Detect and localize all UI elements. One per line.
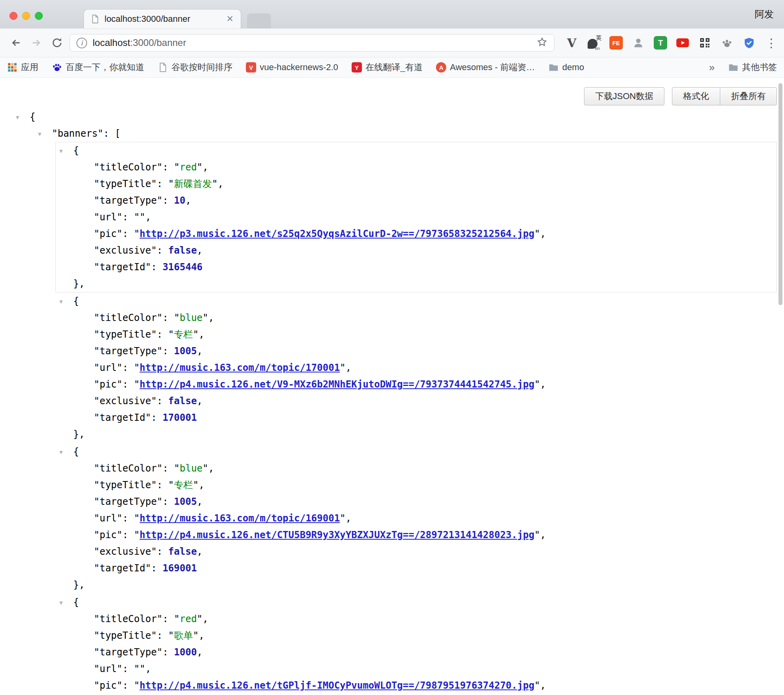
bookmark-label: 谷歌按时间排序	[171, 61, 232, 73]
back-button[interactable]	[6, 32, 26, 53]
json-url-link[interactable]: http://music.163.com/m/topic/170001	[140, 362, 340, 373]
translate-sub-badge: en	[595, 46, 600, 51]
json-line: },	[56, 577, 776, 593]
forward-button[interactable]	[26, 32, 47, 53]
collapse-toggle-icon[interactable]: ▼	[59, 594, 63, 611]
browser-menu-button[interactable]: ⋮	[764, 36, 778, 50]
other-bookmarks-label: 其他书签	[742, 61, 777, 73]
new-tab-button[interactable]	[247, 13, 271, 29]
address-bar[interactable]: i localhost:3000/banner	[70, 34, 554, 52]
folder-icon	[548, 62, 559, 73]
vimium-extension-icon[interactable]: V	[565, 36, 579, 50]
json-line: "titleColor": "blue",	[56, 460, 776, 477]
octotree-extension-icon[interactable]	[631, 36, 645, 50]
json-line: "url": "",	[56, 209, 776, 225]
page-info-icon[interactable]: i	[76, 38, 87, 48]
json-line: "titleColor": "blue",	[56, 309, 776, 326]
json-line: "typeTitle": "专栏",	[56, 477, 776, 493]
bookmark-star-icon[interactable]	[537, 36, 548, 49]
minimize-window-button[interactable]	[22, 12, 30, 20]
collapse-toggle-icon[interactable]: ▼	[59, 143, 63, 159]
green-extension-icon[interactable]: T	[653, 36, 668, 50]
json-line: ▼{	[56, 293, 776, 309]
bookmark-youdao[interactable]: Y 在线翻译_有道	[352, 61, 422, 73]
bookmark-apps[interactable]: 应用	[7, 61, 38, 73]
youtube-extension-icon[interactable]	[676, 36, 690, 50]
json-line: ▼{	[56, 594, 776, 611]
json-object: ▼{"titleColor": "blue","typeTitle": "专栏"…	[55, 443, 777, 594]
qrcode-extension-icon[interactable]	[698, 36, 712, 50]
fe-extension-icon[interactable]: FE	[609, 36, 623, 50]
json-line: "titleColor": "red",	[56, 611, 776, 627]
json-object: ▼{"titleColor": "red","typeTitle": "新碟首发…	[55, 142, 777, 292]
page-favicon-icon	[90, 14, 100, 24]
json-url-link[interactable]: http://p4.music.126.net/V9-MXz6b2MNhEKju…	[140, 379, 535, 390]
json-url-link[interactable]: http://p3.music.126.net/s25q2x5QyqsAzilC…	[140, 228, 535, 239]
other-bookmarks[interactable]: 其他书签	[728, 61, 777, 73]
youdao-icon: Y	[352, 62, 362, 73]
json-url-link[interactable]: http://p4.music.126.net/tGPljf-IMOCyPvum…	[140, 680, 535, 691]
json-object: ▼{"titleColor": "red","typeTitle": "歌单",…	[55, 594, 777, 695]
browser-tab[interactable]: localhost:3000/banner ✕	[84, 10, 241, 29]
collapse-all-button[interactable]: 折叠所有	[720, 87, 777, 105]
navigation-bar: i localhost:3000/banner V 英 en FE T ⋮	[0, 29, 784, 57]
collapse-toggle-icon[interactable]: ▼	[59, 293, 63, 310]
bookmarks-overflow-chevron[interactable]: »	[709, 61, 715, 74]
format-button[interactable]: 格式化	[672, 87, 720, 105]
json-line: "targetType": 1005,	[56, 343, 776, 359]
json-line: "targetId": 3165446	[56, 259, 776, 275]
awesomes-icon: A	[436, 62, 446, 73]
json-line: },	[56, 275, 776, 292]
json-line: "targetId": 169001	[56, 560, 776, 577]
extensions-area: V 英 en FE T ⋮	[565, 36, 778, 50]
json-line: "targetType": 10,	[56, 192, 776, 209]
apps-grid-icon	[7, 62, 17, 73]
json-url-link[interactable]: http://p4.music.126.net/CTU5B9R9y3XyYBZX…	[140, 529, 535, 540]
bookmark-label: vue-hackernews-2.0	[260, 62, 338, 73]
url-text: localhost:3000/banner	[93, 37, 537, 48]
shield-extension-icon[interactable]	[742, 36, 756, 50]
json-line: "exclusive": false,	[56, 543, 776, 560]
json-line: "pic": "http://p4.music.126.net/CTU5B9R9…	[56, 527, 776, 543]
download-json-button[interactable]: 下载JSON数据	[584, 87, 664, 105]
json-line: "pic": "http://p3.music.126.net/s25q2x5Q…	[56, 225, 776, 242]
profile-name: 阿发	[755, 0, 774, 29]
collapse-toggle-icon[interactable]: ▼	[16, 109, 19, 126]
page-icon	[158, 62, 168, 73]
tab-title: localhost:3000/banner	[105, 14, 226, 24]
bookmark-label: Awesomes - 前端资…	[450, 61, 535, 73]
close-window-button[interactable]	[10, 12, 17, 20]
json-line: ▼{	[56, 142, 776, 159]
json-line: "url": "",	[56, 661, 776, 677]
json-line: ▼{	[56, 443, 776, 460]
bookmarks-bar: 应用 百度一下，你就知道 谷歌按时间排序 V vue-hackernews-2.…	[0, 57, 784, 78]
bookmark-label: 应用	[21, 61, 38, 73]
url-host: localhost	[93, 37, 130, 48]
vue-icon: V	[246, 62, 256, 73]
bookmark-baidu[interactable]: 百度一下，你就知道	[52, 61, 144, 73]
bookmark-awesomes[interactable]: A Awesomes - 前端资…	[436, 61, 535, 73]
tab-close-icon[interactable]: ✕	[226, 14, 234, 24]
zoom-window-button[interactable]	[35, 12, 43, 20]
json-tree: ▼{▼"banners": [▼{"titleColor": "red","ty…	[0, 109, 784, 695]
json-line: "titleColor": "red",	[56, 159, 776, 176]
collapse-toggle-icon[interactable]: ▼	[59, 444, 63, 460]
json-object: ▼{"titleColor": "blue","typeTitle": "专栏"…	[55, 292, 777, 443]
json-line: ▼{	[0, 109, 784, 125]
collapse-toggle-icon[interactable]: ▼	[38, 126, 41, 142]
page-content: 下载JSON数据 格式化 折叠所有 ▼{▼"banners": [▼{"titl…	[0, 78, 784, 694]
bookmark-google-sort[interactable]: 谷歌按时间排序	[158, 61, 232, 73]
json-line: "url": "http://music.163.com/m/topic/169…	[56, 510, 776, 527]
bookmark-folder-demo[interactable]: demo	[548, 62, 584, 73]
json-url-link[interactable]: http://music.163.com/m/topic/169001	[140, 513, 340, 524]
json-line: },	[56, 426, 776, 443]
json-line: "typeTitle": "专栏",	[56, 326, 776, 343]
bookmark-vue-hackernews[interactable]: V vue-hackernews-2.0	[246, 62, 338, 73]
translate-extension-icon[interactable]: 英 en	[587, 36, 601, 50]
bookmark-label: demo	[562, 62, 584, 73]
paw-extension-icon[interactable]	[720, 36, 734, 50]
json-line: "targetId": 170001	[56, 409, 776, 426]
scrollbar-thumb[interactable]	[778, 83, 782, 305]
window-controls	[10, 12, 43, 20]
reload-button[interactable]	[47, 32, 67, 53]
